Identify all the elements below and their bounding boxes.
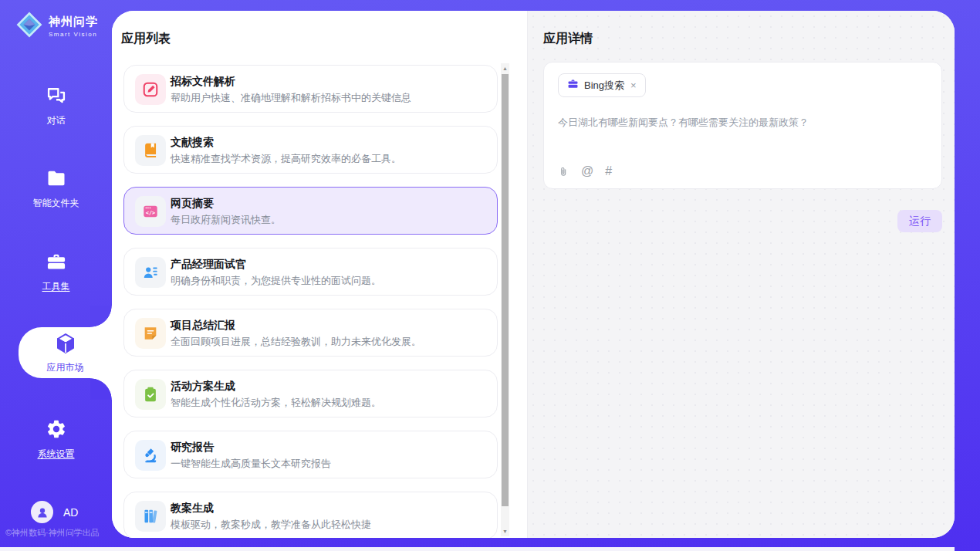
- book-icon: [135, 135, 166, 166]
- attachment-icon[interactable]: [558, 165, 569, 178]
- gear-icon: [46, 418, 67, 443]
- scrollbar-thumb[interactable]: [502, 74, 509, 506]
- app-list-item[interactable]: 研究报告一键智能生成高质量长文本研究报告: [123, 431, 498, 478]
- sidebar-item-label: 应用市场: [47, 361, 84, 374]
- diamond-logo-icon: [15, 11, 43, 42]
- question-text[interactable]: 今日湖北有哪些新闻要点？有哪些需要关注的最新政策？: [558, 116, 928, 130]
- app-item-description: 每日政府新闻资讯快查。: [171, 213, 281, 227]
- scroll-down-icon[interactable]: ▼: [501, 526, 509, 536]
- app-item-name: 活动方案生成: [171, 380, 235, 394]
- prompt-card: Bing搜索 × 今日湖北有哪些新闻要点？有哪些需要关注的最新政策？ @ #: [543, 62, 942, 189]
- app-detail-panel: 应用详情 Bing搜索 × 今日: [527, 11, 955, 538]
- copyright-text: ©神州数码·神州问学出品: [5, 527, 100, 539]
- chat-icon: [46, 85, 67, 110]
- app-item-description: 模板驱动，教案秒成，教学准备从此轻松快捷: [171, 518, 371, 532]
- sidebar-item-label: 工具集: [42, 280, 70, 293]
- app-list-item[interactable]: 产品经理面试官明确身份和职责，为您提供专业性的面试问题。: [123, 248, 498, 296]
- sidebar-item-toolbox[interactable]: 工具集: [0, 251, 112, 293]
- report-note-icon: [135, 318, 166, 349]
- cube-icon: [54, 332, 77, 358]
- app-item-name: 研究报告: [171, 441, 214, 455]
- webpage-code-icon: </>: [135, 196, 166, 227]
- sidebar-item-folder[interactable]: 智能文件夹: [0, 167, 112, 210]
- scroll-up-icon[interactable]: ▲: [501, 63, 509, 73]
- app-list-item[interactable]: 招标文件解析帮助用户快速、准确地理解和解析招标书中的关键信息: [123, 65, 498, 113]
- app-list-title: 应用列表: [121, 31, 171, 47]
- app-list-item[interactable]: </>网页摘要每日政府新闻资讯快查。: [123, 187, 498, 235]
- tool-tag[interactable]: Bing搜索 ×: [558, 73, 646, 97]
- app-list: 招标文件解析帮助用户快速、准确地理解和解析招标书中的关键信息文献搜索快速精准查找…: [123, 65, 498, 538]
- app-item-name: 网页摘要: [171, 197, 214, 211]
- brand-name: 神州问学: [49, 15, 98, 29]
- app-window: 神州问学 Smart Vision 对话智能文件夹工具集应用市场系统设置 AD …: [0, 0, 980, 551]
- clipboard-check-icon: [135, 379, 166, 410]
- person-icon: [31, 501, 53, 523]
- app-list-item[interactable]: 活动方案生成智能生成个性化活动方案，轻松解决规划难题。: [123, 370, 498, 417]
- app-item-description: 快速精准查找学术资源，提高研究效率的必备工具。: [171, 152, 401, 166]
- sidebar-item-gear[interactable]: 系统设置: [0, 418, 112, 461]
- app-item-name: 招标文件解析: [171, 75, 235, 89]
- app-list-item[interactable]: 文献搜索快速精准查找学术资源，提高研究效率的必备工具。: [123, 126, 498, 174]
- app-item-description: 智能生成个性化活动方案，轻松解决规划难题。: [171, 396, 381, 410]
- app-item-name: 教案生成: [171, 502, 214, 516]
- brand: 神州问学 Smart Vision: [15, 11, 98, 42]
- interviewer-icon: [135, 257, 166, 288]
- sidebar-item-label: 系统设置: [38, 448, 75, 461]
- folder-icon: [46, 167, 67, 192]
- sidebar-item-label: 智能文件夹: [33, 197, 79, 210]
- bottom-strip: [0, 547, 955, 551]
- tool-tag-label: Bing搜索: [584, 79, 624, 93]
- sidebar-item-chat[interactable]: 对话: [0, 85, 112, 127]
- app-list-panel: 应用列表 招标文件解析帮助用户快速、准确地理解和解析招标书中的关键信息文献搜索快…: [112, 11, 527, 538]
- microscope-icon: [135, 440, 166, 471]
- hash-icon[interactable]: #: [605, 164, 612, 178]
- toolbox-icon: [46, 251, 67, 276]
- app-detail-title: 应用详情: [543, 31, 593, 47]
- app-item-name: 产品经理面试官: [171, 258, 246, 272]
- run-button[interactable]: 运行: [897, 210, 942, 232]
- books-icon: [135, 501, 166, 532]
- sidebar-item-cube[interactable]: 应用市场: [19, 327, 112, 378]
- scrollbar[interactable]: ▲ ▼: [501, 63, 509, 536]
- app-item-description: 一键智能生成高质量长文本研究报告: [171, 457, 331, 471]
- app-item-name: 项目总结汇报: [171, 319, 235, 333]
- user-chip[interactable]: AD: [31, 501, 78, 523]
- main-content: 应用列表 招标文件解析帮助用户快速、准确地理解和解析招标书中的关键信息文献搜索快…: [112, 11, 955, 538]
- user-initials: AD: [63, 506, 78, 519]
- app-item-description: 全面回顾项目进展，总结经验教训，助力未来优化发展。: [171, 335, 421, 349]
- app-list-item[interactable]: 项目总结汇报全面回顾项目进展，总结经验教训，助力未来优化发展。: [123, 309, 498, 357]
- brand-subtitle: Smart Vision: [49, 31, 98, 38]
- edit-document-icon: [135, 74, 166, 105]
- sidebar-item-label: 对话: [47, 114, 66, 127]
- app-item-description: 明确身份和职责，为您提供专业性的面试问题。: [171, 274, 381, 288]
- svg-text:</>: </>: [146, 210, 155, 216]
- briefcase-icon: [567, 78, 579, 93]
- sidebar: 神州问学 Smart Vision 对话智能文件夹工具集应用市场系统设置 AD …: [0, 0, 112, 547]
- remove-tag-icon[interactable]: ×: [630, 79, 637, 91]
- app-item-name: 文献搜索: [171, 136, 214, 150]
- app-item-description: 帮助用户快速、准确地理解和解析招标书中的关键信息: [171, 91, 411, 105]
- mention-icon[interactable]: @: [581, 164, 593, 178]
- prompt-toolbar: @ #: [558, 164, 612, 178]
- app-list-item[interactable]: 教案生成模板驱动，教案秒成，教学准备从此轻松快捷: [123, 492, 498, 538]
